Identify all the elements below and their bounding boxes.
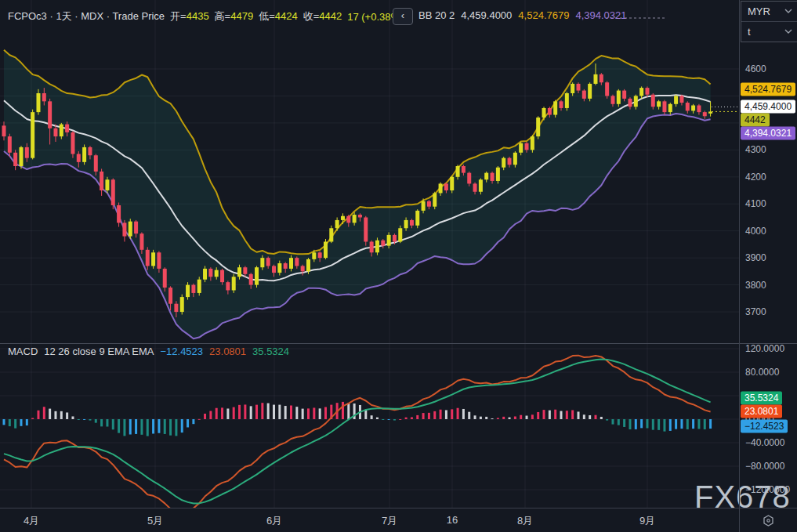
- time-label: 7月: [382, 514, 397, 528]
- macd-indicator-legend: MACD 12 26 close 9 EMA EMA −12.4523 23.0…: [8, 346, 289, 357]
- bb-title: BB 20 2: [418, 9, 455, 21]
- currency-dropdown[interactable]: MYR: [741, 2, 797, 21]
- price-label: 4,459.4000: [741, 100, 795, 114]
- time-label: 6月: [266, 514, 282, 528]
- price-label: 4,394.0321: [741, 127, 795, 140]
- ohlc-high: 高=4479: [215, 9, 254, 24]
- chevron-down-icon: [784, 9, 792, 14]
- legend-collapse-button[interactable]: ‹: [393, 8, 413, 25]
- axis-tick: 3700: [745, 306, 766, 317]
- price-label: 35.5324: [741, 392, 782, 405]
- bb-indicator-legend: BB 20 2 4,459.4000 4,524.7679 4,394.0321: [418, 9, 627, 21]
- axis-tick: −120.0000: [745, 484, 790, 495]
- chevron-down-icon: [784, 29, 792, 34]
- axis-tick: 4200: [745, 172, 766, 183]
- symbol-title: FCPOc3 · 1天 · MDX · Trade Price: [8, 9, 165, 24]
- chevron-left-icon: ‹: [401, 9, 404, 21]
- currency-value: MYR: [748, 5, 770, 17]
- bb-basis-value: 4,459.4000: [461, 9, 512, 21]
- macd-params: 12 26 close 9 EMA EMA: [44, 346, 154, 357]
- bb-upper-value: 4,524.7679: [518, 9, 569, 21]
- chart-canvas[interactable]: [0, 0, 739, 508]
- price-label: −12.4523: [741, 420, 788, 433]
- ohlc-low: 低=4424: [259, 9, 298, 24]
- axis-tick: 80.0000: [745, 367, 779, 378]
- axis-tick: 120.0000: [745, 343, 784, 354]
- price-label: 4,524.7679: [741, 82, 795, 96]
- symbol-legend: FCPOc3 · 1天 · MDX · Trade Price 开=4435 高…: [8, 9, 403, 24]
- time-label: 16: [447, 514, 458, 526]
- time-label: 8月: [517, 514, 533, 528]
- macd-line-value: 23.0801: [209, 346, 246, 357]
- price-label: 23.0801: [741, 405, 782, 418]
- axis-tick: 4100: [745, 198, 766, 209]
- pane-separator[interactable]: [0, 343, 797, 344]
- axis-tick: 4000: [745, 226, 766, 237]
- macd-hist-value: −12.4523: [160, 346, 203, 357]
- ohlc-close: 收=4442: [303, 9, 342, 24]
- time-label: 9月: [639, 514, 655, 528]
- time-label: 5月: [147, 514, 163, 528]
- scale-settings-panel: MYR t: [741, 1, 797, 42]
- axis-tick: −40.0000: [745, 437, 784, 448]
- time-label: 4月: [24, 514, 39, 528]
- axis-tick: 4300: [745, 144, 766, 155]
- ohlc-open: 开=4435: [170, 9, 209, 24]
- axis-tick: 3800: [745, 280, 766, 291]
- macd-title: MACD: [8, 346, 38, 357]
- axis-tick: 3900: [745, 252, 766, 263]
- axis-tick: −80.0000: [745, 461, 784, 472]
- axis-settings-corner[interactable]: [740, 508, 797, 532]
- axis-tick: 4600: [745, 63, 766, 74]
- bb-lower-value: 4,394.0321: [575, 9, 626, 21]
- trading-chart-window: FCPOc3 · 1天 · MDX · Trade Price 开=4435 高…: [0, 0, 797, 532]
- time-axis[interactable]: 4月5月6月7月168月9月: [0, 508, 739, 532]
- macd-signal-value: 35.5324: [252, 346, 289, 357]
- price-label: 4442: [741, 114, 770, 127]
- unit-value: t: [748, 26, 751, 38]
- price-axis[interactable]: 46004300420041004000390038003700120.0000…: [740, 0, 797, 508]
- unit-dropdown[interactable]: t: [741, 21, 797, 42]
- hexagon-settings-icon: [762, 514, 775, 527]
